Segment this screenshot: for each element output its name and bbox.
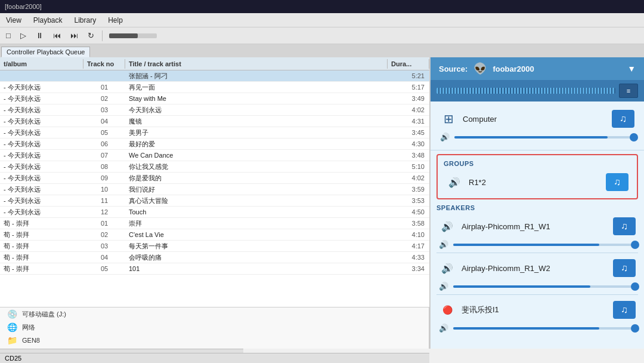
- playlist-row[interactable]: - 今天到永远05美男子3:45: [0, 127, 429, 139]
- speaker-2-volume-slider[interactable]: [453, 285, 636, 288]
- divider-1: [431, 150, 644, 150]
- repeat-button[interactable]: ↻: [84, 29, 98, 42]
- row-album: - 今天到永远: [0, 94, 83, 104]
- next-button[interactable]: ⏭: [67, 29, 82, 42]
- speaker-3-row: 🔴 斐讯乐投I1 ♫: [436, 297, 638, 322]
- playlist-row[interactable]: - 今天到永远08你让我又感觉5:10: [0, 161, 429, 173]
- row-title: 每天第一件事: [125, 241, 388, 251]
- speaker-1-cast-button[interactable]: ♫: [613, 217, 636, 235]
- groups-section: GROUPS 🔊 R1*2 ♫: [436, 154, 638, 199]
- computer-volume-handle[interactable]: [630, 133, 638, 141]
- toolbar: □ ▷ ⏸ ⏮ ⏭ ↻: [0, 27, 644, 44]
- row-title: 再见一面: [125, 82, 388, 93]
- row-trackno: 08: [83, 162, 125, 171]
- playlist-row[interactable]: 荀 - 崇拜02C'est La Vie4:10: [0, 229, 429, 241]
- playlist-row[interactable]: 荀 - 崇拜04会呼吸的痛4:33: [0, 252, 429, 263]
- pause-button[interactable]: ⏸: [32, 29, 47, 42]
- file-icon: 🌐: [7, 322, 17, 332]
- file-item[interactable]: 🌐网络: [0, 321, 429, 334]
- speaker-3-cast-button[interactable]: ♫: [613, 301, 636, 319]
- group-r1-row: 🔊 R1*2 ♫: [444, 170, 631, 195]
- row-title: Touch: [125, 208, 388, 216]
- row-trackno: 02: [83, 94, 125, 103]
- volume-bar[interactable]: [109, 33, 157, 38]
- playlist-row[interactable]: - 今天到永远12Touch4:50: [0, 207, 429, 218]
- group-r1-cast-button[interactable]: ♫: [606, 173, 628, 191]
- file-item[interactable]: 💿可移动磁盘 (J:): [0, 307, 429, 321]
- stop-button[interactable]: □: [2, 29, 14, 42]
- playlist-row[interactable]: 张韶涵 - 阿刁5:21: [0, 70, 429, 82]
- playlist-row[interactable]: - 今天到永远06最好的爱4:30: [0, 139, 429, 150]
- menu-help[interactable]: Help: [102, 15, 129, 26]
- computer-name: Computer: [463, 115, 606, 124]
- groups-title: GROUPS: [444, 159, 631, 170]
- file-name: 网络: [22, 323, 35, 332]
- speaker-1-volume-slider[interactable]: [453, 244, 636, 246]
- menu-library[interactable]: Library: [69, 15, 103, 26]
- prev-button[interactable]: ⏮: [49, 29, 64, 42]
- divider-3: [436, 294, 638, 295]
- computer-volume-slider[interactable]: [454, 136, 634, 139]
- speaker-3-volume-slider[interactable]: [453, 327, 636, 330]
- toolbar-separator: [102, 30, 103, 41]
- col-album: t/album: [0, 59, 83, 69]
- row-title: 魔镜: [125, 116, 388, 127]
- menu-view[interactable]: View: [0, 15, 27, 26]
- row-duration: 4:31: [388, 117, 429, 125]
- playlist-header: t/album Track no Title / track artist Du…: [0, 57, 429, 70]
- playlist-row[interactable]: 荀 - 崇拜03每天第一件事4:17: [0, 241, 429, 252]
- computer-volume-fill: [454, 136, 608, 139]
- row-album: 荀 - 崇拜: [0, 264, 83, 274]
- row-title: 今天到永远: [125, 105, 388, 115]
- row-title: 你让我又感觉: [125, 162, 388, 172]
- viz-menu-button[interactable]: ≡: [619, 84, 638, 98]
- playlist-row[interactable]: 荀 - 崇拜051013:34: [0, 263, 429, 275]
- playlist-row[interactable]: - 今天到永远02Stay with Me3:49: [0, 93, 429, 104]
- row-duration: 4:02: [388, 106, 429, 114]
- row-title: 我们说好: [125, 184, 388, 195]
- playlist-row[interactable]: - 今天到永远03今天到永远4:02: [0, 104, 429, 116]
- speaker-2-volume-row: 🔊: [436, 281, 638, 292]
- row-duration: 3:59: [388, 185, 429, 193]
- col-trackno: Track no: [83, 59, 125, 69]
- play-button[interactable]: ▷: [17, 29, 30, 42]
- row-trackno: 06: [83, 140, 125, 148]
- speaker-2-volume-handle[interactable]: [631, 282, 639, 291]
- tab-controller-playback-queue[interactable]: Controller Playback Queue: [1, 47, 90, 57]
- row-trackno: 03: [83, 106, 125, 114]
- row-duration: 3:58: [388, 219, 429, 227]
- source-dropdown-icon[interactable]: ▼: [627, 64, 636, 73]
- speaker-3-volume-fill: [453, 327, 599, 330]
- menu-playback[interactable]: Playback: [27, 15, 69, 26]
- playlist-row[interactable]: - 今天到永远04魔镜4:31: [0, 116, 429, 127]
- computer-vol-icon: 🔊: [440, 133, 450, 141]
- row-album: - 今天到永远: [0, 173, 83, 183]
- speaker-3-volume-handle[interactable]: [631, 324, 639, 333]
- source-header: Source: 👽 foobar2000 ▼: [431, 57, 644, 80]
- playlist-row[interactable]: 荀 - 崇拜01崇拜3:58: [0, 218, 429, 229]
- row-duration: 4:50: [388, 208, 429, 216]
- speakers-title: SPEAKERS: [436, 203, 638, 214]
- row-trackno: 03: [83, 242, 125, 250]
- speaker-2-cast-button[interactable]: ♫: [613, 259, 636, 277]
- speaker-1-row: 🔊 Airplay-Phicomm_R1_W1 ♫: [436, 214, 638, 239]
- row-trackno: [83, 75, 125, 76]
- divider-2: [436, 253, 638, 253]
- row-title: 会呼吸的痛: [125, 253, 388, 263]
- row-duration: 5:10: [388, 162, 429, 171]
- row-album: - 今天到永远: [0, 207, 83, 217]
- playlist-row[interactable]: - 今天到永远09你是爱我的4:02: [0, 173, 429, 184]
- row-trackno: 07: [83, 151, 125, 159]
- file-item[interactable]: 📁GEN8: [0, 334, 429, 347]
- playlist-row[interactable]: - 今天到永远07We Can Dance3:48: [0, 150, 429, 161]
- playlist-row[interactable]: - 今天到永远11真心话大冒险3:53: [0, 195, 429, 207]
- computer-section: ⊞ Computer ♫ 🔊: [431, 101, 644, 147]
- playlist-row[interactable]: - 今天到永远01再见一面5:17: [0, 82, 429, 93]
- row-title: 美男子: [125, 128, 388, 138]
- row-duration: 3:45: [388, 128, 429, 137]
- computer-cast-button[interactable]: ♫: [612, 110, 634, 128]
- row-duration: 3:48: [388, 151, 429, 159]
- speaker-1-volume-handle[interactable]: [631, 241, 639, 249]
- playlist-row[interactable]: - 今天到永远10我们说好3:59: [0, 184, 429, 195]
- row-album: 荀 - 崇拜: [0, 230, 83, 240]
